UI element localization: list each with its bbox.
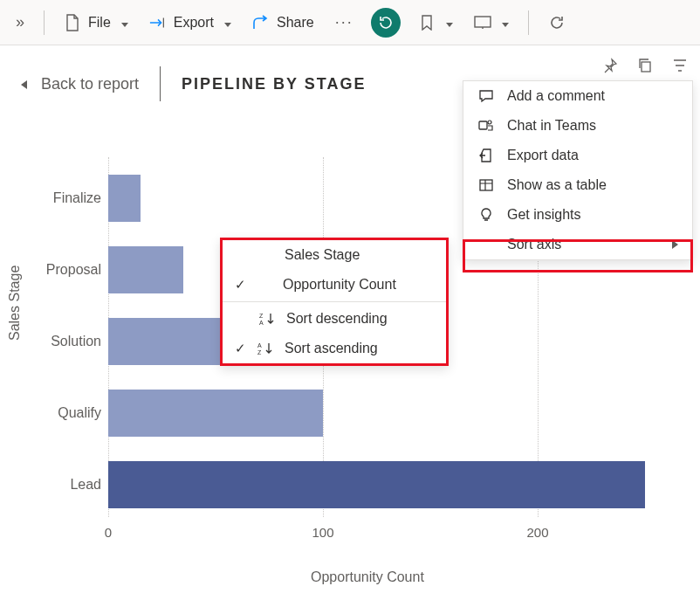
pin-visual-button[interactable] [599, 54, 621, 79]
table-icon [477, 177, 495, 193]
share-icon [252, 15, 270, 31]
y-tick-label: Solution [40, 334, 101, 349]
menu-label: Sort ascending [285, 341, 378, 356]
y-tick-label: Qualify [40, 405, 101, 421]
x-tick-label: 200 [526, 525, 548, 540]
file-menu-button[interactable]: File [55, 9, 137, 37]
svg-rect-4 [480, 180, 492, 190]
more-options-button[interactable] [326, 8, 362, 37]
svg-point-3 [488, 121, 491, 124]
svg-text:A: A [257, 342, 262, 348]
export-data-icon [477, 148, 495, 163]
chevron-right-icon [672, 237, 678, 252]
menu-sort-axis[interactable]: Sort axis [463, 230, 692, 259]
chevron-double-right-icon [16, 13, 24, 31]
menu-show-table[interactable]: Show as a table [463, 170, 692, 200]
bookmark-icon [418, 15, 436, 31]
menu-add-comment[interactable]: Add a comment [463, 81, 692, 111]
menu-label: Show as a table [507, 177, 607, 193]
x-tick-label: 100 [312, 525, 333, 540]
chevron-left-icon [21, 75, 27, 93]
pin-icon [602, 58, 618, 73]
comment-icon [477, 88, 495, 104]
toolbar-separator [44, 10, 45, 35]
export-menu-button[interactable]: Export [141, 10, 240, 36]
menu-label: Add a comment [507, 88, 605, 104]
page-title: Pipeline by Stage [182, 75, 366, 93]
visual-header [599, 54, 691, 79]
view-menu-button[interactable] [465, 10, 518, 36]
share-label: Share [277, 15, 314, 31]
sort-descending[interactable]: ZA Sort descending [223, 304, 446, 334]
svg-text:A: A [259, 320, 264, 326]
sort-field-sales-stage[interactable]: Sales Stage [223, 240, 446, 270]
menu-label: Sales Stage [285, 247, 360, 263]
chevron-down-icon [498, 15, 509, 31]
back-label: Back to report [41, 75, 139, 93]
svg-rect-1 [642, 62, 650, 72]
sort-field-opportunity-count[interactable]: Opportunity Count [223, 270, 446, 300]
svg-text:Z: Z [257, 349, 262, 355]
checkmark-icon [235, 277, 246, 293]
menu-label: Sort axis [507, 237, 561, 252]
menu-export-data[interactable]: Export data [463, 141, 692, 170]
y-tick-label: Proposal [40, 262, 101, 278]
svg-rect-0 [475, 17, 491, 27]
back-to-report-link[interactable]: Back to report [21, 75, 139, 93]
y-tick-label: Lead [40, 477, 101, 493]
refresh-icon [548, 14, 566, 31]
refresh-button[interactable] [539, 9, 574, 37]
bar-qualify[interactable] [108, 390, 323, 437]
export-menu-label: Export [174, 15, 214, 31]
bar-finalize[interactable] [108, 175, 141, 222]
share-button[interactable]: Share [244, 10, 323, 36]
export-icon [149, 16, 167, 30]
lightbulb-icon [477, 207, 495, 223]
sort-desc-icon: ZA [258, 312, 276, 326]
menu-get-insights[interactable]: Get insights [463, 200, 692, 230]
menu-label: Opportunity Count [283, 277, 396, 293]
title-separator [160, 66, 161, 101]
visual-context-menu: Add a comment Chat in Teams Export data … [463, 80, 693, 260]
menu-chat-teams[interactable]: Chat in Teams [463, 111, 692, 141]
file-menu-label: File [88, 15, 111, 31]
menu-label: Get insights [507, 207, 580, 223]
chevron-down-icon [221, 15, 231, 31]
toolbar-separator [528, 10, 529, 35]
x-tick-label: 0 [105, 525, 112, 540]
y-tick-label: Finalize [40, 190, 101, 206]
sort-axis-submenu: Sales Stage Opportunity Count ZA Sort de… [220, 238, 449, 366]
overflow-left-button[interactable] [7, 8, 33, 37]
filter-icon [672, 58, 688, 73]
bar-proposal[interactable] [108, 246, 183, 293]
bar-lead[interactable] [108, 461, 645, 508]
filter-visual-button[interactable] [669, 54, 691, 79]
teams-icon [477, 118, 495, 134]
y-axis-title: Sales Stage [7, 266, 23, 341]
ellipsis-icon [335, 13, 353, 31]
menu-divider [223, 301, 446, 302]
checkmark-icon [235, 341, 246, 356]
reset-button[interactable] [371, 8, 401, 38]
reset-icon [378, 15, 394, 31]
svg-rect-2 [479, 121, 487, 129]
sort-ascending[interactable]: AZ Sort ascending [223, 334, 446, 363]
menu-label: Export data [507, 148, 579, 163]
menu-label: Sort descending [286, 311, 388, 327]
svg-text:Z: Z [259, 313, 264, 319]
app-toolbar: File Export Share [0, 0, 700, 45]
bookmark-menu-button[interactable] [409, 10, 462, 36]
menu-label: Chat in Teams [507, 118, 596, 134]
x-axis-title: Opportunity Count [311, 569, 424, 585]
chevron-down-icon [118, 15, 128, 31]
presentation-icon [474, 16, 491, 30]
sort-asc-icon: AZ [257, 341, 274, 355]
chevron-down-icon [443, 15, 453, 31]
copy-icon [637, 58, 653, 73]
copy-visual-button[interactable] [634, 54, 656, 79]
file-icon [64, 14, 81, 31]
